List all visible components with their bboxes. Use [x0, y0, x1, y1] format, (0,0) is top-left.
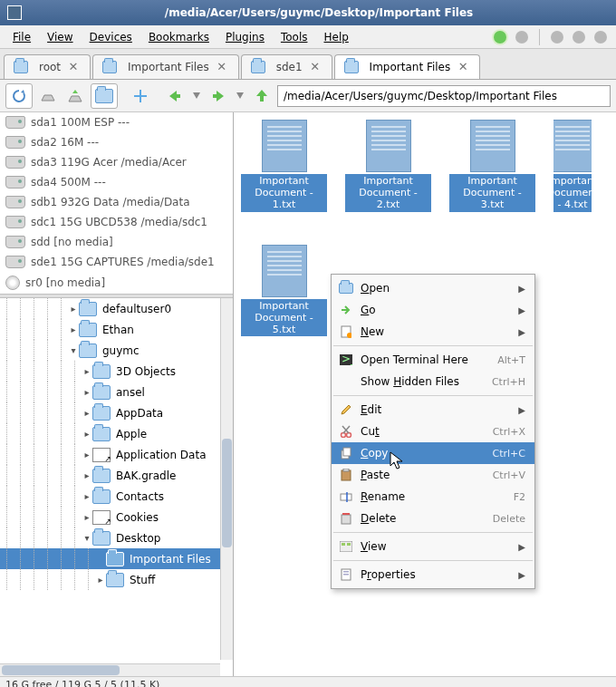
link-folder-icon: ↗ [92, 510, 111, 525]
close-icon[interactable]: ✕ [308, 61, 322, 73]
menu-plugins[interactable]: Plugins [218, 28, 272, 46]
tree-scrollbar-h[interactable] [0, 663, 220, 676]
ctx-new[interactable]: New▶ [332, 321, 534, 343]
file-label: Important Document - 3.txt [449, 174, 535, 212]
up-button[interactable] [250, 84, 274, 108]
menubar: File View Devices Bookmarks Plugins Tool… [0, 25, 616, 49]
tree-arrow[interactable]: ▸ [82, 387, 92, 397]
tree-row[interactable]: ▸Apple [0, 423, 233, 444]
tree-row[interactable]: Important Files [0, 548, 233, 569]
back-button[interactable] [163, 84, 187, 108]
tab-0[interactable]: root✕ [4, 54, 91, 79]
device-row[interactable]: sr0 [no media] [0, 272, 233, 294]
ctx-copy[interactable]: CopyCtrl+C [332, 442, 534, 464]
device-row[interactable]: sde1 15G CAPTURES /media/sde1 [0, 252, 233, 272]
tree-arrow[interactable]: ▸ [82, 491, 92, 501]
tree-arrow[interactable]: ▸ [68, 324, 79, 334]
address-bar[interactable] [277, 85, 611, 107]
close-icon[interactable]: ✕ [456, 61, 470, 73]
tree-arrow[interactable]: ▸ [82, 450, 92, 460]
menu-bookmarks[interactable]: Bookmarks [141, 28, 217, 46]
tree-arrow[interactable]: ▸ [68, 304, 79, 314]
open-folder-button[interactable] [91, 83, 118, 109]
menu-view[interactable]: View [40, 28, 80, 46]
go-icon [339, 303, 353, 317]
tree-arrow[interactable]: ▸ [82, 366, 92, 376]
menu-file[interactable]: File [5, 28, 38, 46]
tree-arrow[interactable]: ▾ [82, 533, 92, 543]
file-item[interactable]: Important Document - 3.txt [449, 120, 535, 212]
folder-icon [92, 427, 111, 441]
tab-label: sde1 [276, 61, 303, 73]
device-row[interactable]: sda1 100M ESP --- [0, 112, 233, 132]
tree-arrow[interactable]: ▸ [82, 429, 92, 439]
device-row[interactable]: sda3 119G Acer /media/Acer [0, 152, 233, 172]
refresh-button[interactable] [5, 83, 33, 109]
close-icon[interactable]: ✕ [215, 61, 229, 73]
tree-arrow[interactable]: ▾ [68, 345, 79, 355]
tree-row[interactable]: ▸Stuff [0, 569, 233, 590]
accel-label: Delete [493, 513, 525, 525]
ctx-rename[interactable]: RenameF2 [332, 486, 534, 508]
tab-3[interactable]: Important Files✕ [334, 54, 481, 79]
status-dot[interactable] [551, 31, 563, 44]
view-icon [339, 539, 353, 554]
status-dot[interactable] [573, 31, 585, 44]
status-dot[interactable] [594, 31, 607, 44]
file-item[interactable]: Important Document - 1.txt [241, 120, 327, 212]
tab-2[interactable]: sde1✕ [241, 54, 332, 79]
tree-row[interactable]: ▸ansel [0, 382, 233, 402]
ctx-properties[interactable]: Properties▶ [332, 564, 534, 585]
ctx-paste[interactable]: PasteCtrl+V [332, 464, 534, 486]
tree-label: Ethan [102, 324, 134, 336]
tree-scrollbar-v[interactable] [220, 298, 233, 660]
menu-tools[interactable]: Tools [274, 28, 315, 46]
file-item[interactable]: Important Document - 5.txt [241, 245, 327, 337]
svg-rect-10 [341, 494, 351, 500]
tree-row[interactable]: ▸AppData [0, 402, 233, 423]
ctx-delete[interactable]: DeleteDelete [332, 508, 534, 529]
back-history-button[interactable] [190, 84, 203, 108]
eject-button[interactable] [36, 84, 60, 108]
tree-arrow[interactable]: ▸ [82, 408, 92, 418]
device-row[interactable]: sda2 16M --- [0, 132, 233, 152]
tree-row[interactable]: ▸↗Cookies [0, 507, 233, 527]
folder-icon [92, 406, 111, 421]
tree-row[interactable]: ▸3D Objects [0, 361, 233, 382]
ctx-view[interactable]: View▶ [332, 536, 534, 557]
tree-row[interactable]: ▸BAK.gradle [0, 465, 233, 486]
tree-row[interactable]: ▸↗Application Data [0, 444, 233, 465]
forward-history-button[interactable] [234, 84, 246, 108]
forward-button[interactable] [207, 84, 230, 108]
submenu-arrow-icon: ▶ [518, 305, 525, 315]
ctx-edit[interactable]: Edit▶ [332, 399, 534, 421]
tree-arrow[interactable]: ▸ [82, 512, 92, 522]
status-dot-active[interactable] [494, 31, 506, 44]
status-dot[interactable] [515, 31, 528, 44]
close-icon[interactable]: ✕ [66, 61, 81, 73]
tree-arrow[interactable]: ▸ [82, 470, 92, 480]
file-item[interactable]: Important Document - 4.txt [553, 120, 592, 212]
device-row[interactable]: sdd [no media] [0, 232, 233, 252]
file-item[interactable]: Important Document - 2.txt [345, 120, 431, 212]
add-button[interactable] [129, 84, 152, 108]
tree-row[interactable]: ▸defaultuser0 [0, 298, 233, 319]
eject-up-button[interactable] [63, 84, 87, 108]
device-row[interactable]: sdb1 932G Data /media/Data [0, 192, 233, 212]
device-row[interactable]: sdc1 15G UBCD538 /media/sdc1 [0, 212, 233, 232]
tree-arrow[interactable]: ▸ [95, 575, 106, 585]
tree-row[interactable]: ▾Desktop [0, 527, 233, 548]
device-row[interactable]: sda4 500M --- [0, 172, 233, 192]
menu-devices[interactable]: Devices [82, 28, 140, 46]
ctx-go[interactable]: Go▶ [332, 299, 534, 321]
tree-row[interactable]: ▸Contacts [0, 486, 233, 507]
ctx-open-terminal-here[interactable]: >_Open Terminal HereAlt+T [332, 349, 534, 371]
menu-help[interactable]: Help [316, 28, 355, 46]
tab-1[interactable]: Important Files✕ [92, 54, 239, 79]
ctx-cut[interactable]: CutCtrl+X [332, 421, 534, 442]
ctx-show-hidden-files[interactable]: Show Hidden FilesCtrl+H [332, 371, 534, 392]
paste-icon [339, 468, 353, 482]
tree-row[interactable]: ▾guymc [0, 340, 233, 361]
ctx-open[interactable]: Open▶ [332, 277, 534, 299]
tree-row[interactable]: ▸Ethan [0, 319, 233, 340]
